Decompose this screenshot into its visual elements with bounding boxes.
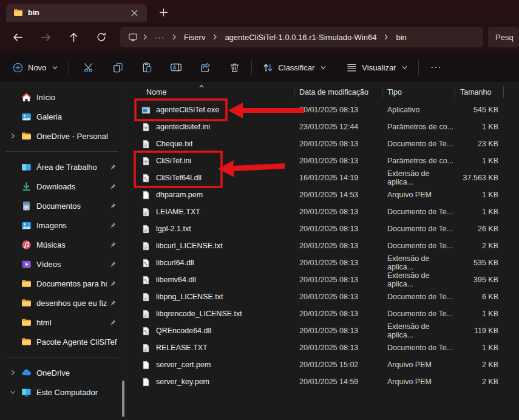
sidebar-item-label: Área de Trabalho [36, 163, 107, 172]
back-button[interactable] [7, 27, 28, 47]
sidebar-item-videos[interactable]: Vídeos [1, 254, 124, 274]
sidebar-item-desenhos-que-eu-fiz[interactable]: desenhos que eu fiz [1, 293, 124, 313]
file-row-release-txt[interactable]: RELEASE.TXT20/01/2025 08:13Documento de … [126, 339, 519, 356]
file-row-lgpl-2-1-txt[interactable]: lgpl-2.1.txt20/01/2025 08:13Documento de… [126, 220, 519, 237]
sidebar-item-musicas[interactable]: Músicas [1, 235, 124, 254]
cut-button[interactable] [76, 56, 101, 78]
breadcrumb-item-fiserv[interactable]: Fiserv [180, 31, 209, 44]
file-name: QREncode64.dll [156, 327, 211, 335]
pin-icon [107, 163, 117, 171]
file-name-cell: LEIAME.TXT [126, 208, 294, 217]
file-row-clisitef64l-dll[interactable]: CliSiTef64l.dll16/01/2025 14:19Extensão … [126, 169, 519, 186]
pin-icon [107, 299, 117, 307]
file-row-libqrencode-license-txt[interactable]: libqrencode_LICENSE.txt20/01/2025 08:13D… [126, 305, 519, 322]
file-row-cheque-txt[interactable]: Cheque.txt20/01/2025 08:13Documento de T… [126, 135, 519, 152]
forward-button[interactable] [35, 27, 56, 47]
folder-icon [13, 8, 23, 18]
tab-close-button[interactable] [127, 6, 141, 19]
column-header-tipo[interactable]: Tipo [382, 83, 455, 101]
file-row-dhparam-pem[interactable]: dhparam.pem20/01/2025 14:53Arquivo PEM1 … [126, 186, 519, 203]
search-input[interactable]: Pesq [488, 27, 519, 47]
sidebar-item-onedrive-personal[interactable]: OneDrive - Personal [1, 126, 124, 146]
music-icon [19, 240, 33, 250]
breadcrumb[interactable]: ···FiservagenteCliSiTef-1.0.0.16.r1-Simu… [120, 27, 483, 47]
new-tab-button[interactable] [155, 4, 171, 20]
explorer-tab[interactable]: bin [6, 4, 147, 22]
sidebar-item-imagens[interactable]: Imagens [1, 215, 124, 235]
column-separator[interactable] [455, 86, 455, 98]
file-date: 16/01/2025 14:19 [294, 174, 382, 182]
up-button[interactable] [63, 27, 84, 47]
delete-button[interactable] [222, 56, 246, 78]
file-size: 545 KB [455, 106, 503, 114]
file-row-agenteclisitef-exe[interactable]: agenteCliSiTef.exe20/01/2025 08:13Aplica… [126, 101, 519, 118]
file-row-server-cert-pem[interactable]: server_cert.pem20/01/2025 15:02Arquivo P… [126, 356, 519, 373]
file-row-libemv64-dll[interactable]: libemv64.dll20/01/2025 08:13Extensão de … [126, 271, 519, 288]
sidebar-item-onedrive[interactable]: OneDrive [1, 363, 124, 382]
file-size: 1 KB [455, 310, 503, 318]
file-row-libpng-license-txt[interactable]: libpng_LICENSE.txt20/01/2025 08:13Docume… [126, 288, 519, 305]
file-name: LEIAME.TXT [156, 208, 200, 216]
column-header-data-de-modificacao[interactable]: Data de modificação [294, 83, 382, 101]
rename-button[interactable] [164, 56, 188, 78]
sidebar-item-galeria[interactable]: Galeria [1, 107, 124, 126]
file-name-cell: QREncode64.dll [126, 327, 294, 336]
forward-icon [40, 32, 52, 43]
column-header-tamanho[interactable]: Tamanho [455, 83, 503, 101]
file-date: 20/01/2025 08:13 [294, 208, 382, 216]
copy-button[interactable] [106, 56, 130, 78]
view-button[interactable]: Visualizar [341, 56, 413, 78]
sidebar-item-este-computador[interactable]: Este Computador [1, 382, 124, 402]
sidebar-item-area-de-trabalho[interactable]: Área de Trabalho [1, 157, 124, 177]
file-name: lgpl-2.1.txt [156, 225, 191, 233]
paste-button[interactable] [135, 56, 159, 78]
file-size: 1 KB [455, 123, 503, 131]
chevron-down-icon[interactable] [6, 388, 19, 396]
breadcrumb-item-agenteclisitef-1-0-0-16-r1-simulado-win64[interactable]: agenteCliSiTef-1.0.0.16.r1-Simulado-Win6… [220, 31, 381, 44]
file-name-cell: server_cert.pem [126, 361, 294, 370]
file-date: 20/01/2025 08:13 [294, 225, 382, 233]
file-row-clisitef-ini[interactable]: CliSiTef.ini20/01/2025 08:13Parâmetros d… [126, 152, 519, 169]
column-separator[interactable] [382, 86, 382, 98]
file-row-server-key-pem[interactable]: server_key.pem20/01/2025 14:59Arquivo PE… [126, 373, 519, 390]
column-header-nome[interactable]: Nome [126, 83, 294, 101]
sort-button[interactable]: Classificar [257, 56, 332, 78]
breadcrumb-item-bin[interactable]: bin [392, 31, 410, 44]
sidebar-item-inicio[interactable]: Início [1, 87, 124, 107]
new-button[interactable]: Novo [7, 56, 64, 78]
file-type: Documento de Te... [382, 344, 455, 352]
dll-icon [141, 327, 151, 336]
sidebar-item-documentos-para-hom[interactable]: Documentos para hom [1, 274, 124, 293]
sidebar-item-html[interactable]: html [1, 313, 124, 332]
sort-button-label: Classificar [278, 63, 314, 72]
file-date: 20/01/2025 14:53 [294, 191, 382, 199]
chevron-right-icon[interactable] [6, 369, 19, 376]
column-separator[interactable] [503, 86, 504, 98]
sidebar-item-pacote-agente-clisitef-win[interactable]: Pacote Agente CliSiTef Win [1, 332, 124, 351]
chevron-right-icon[interactable] [6, 132, 19, 140]
share-button[interactable] [193, 56, 217, 78]
more-options-button[interactable]: ··· [424, 56, 448, 78]
file-type: Arquivo PEM [382, 378, 455, 386]
file-row-agenteclisitef-ini[interactable]: agenteclisitef.ini23/01/2025 12:44Parâme… [126, 118, 519, 135]
breadcrumb-overflow[interactable]: ··· [151, 31, 169, 44]
toolbar-divider [251, 59, 252, 75]
file-type: Arquivo PEM [382, 361, 455, 369]
file-row-qrencode64-dll[interactable]: QREncode64.dll20/01/2025 08:13Extensão d… [126, 322, 519, 339]
txt-icon [141, 344, 151, 353]
sidebar-item-documentos[interactable]: Documentos [1, 196, 124, 215]
file-size: 535 KB [455, 259, 503, 267]
txt-icon [141, 293, 151, 302]
command-toolbar: Novo Classificar Visualizar ··· [0, 52, 519, 83]
file-row-libcurl64-dll[interactable]: libcurl64.dll20/01/2025 08:13Extensão de… [126, 254, 519, 271]
file-row-leiame-txt[interactable]: LEIAME.TXT20/01/2025 08:13Documento de T… [126, 203, 519, 220]
file-date: 20/01/2025 08:13 [294, 344, 382, 352]
refresh-button[interactable] [91, 27, 112, 47]
chevron-down-icon [320, 64, 327, 71]
sidebar-item-downloads[interactable]: Downloads [1, 177, 124, 196]
sidebar-scrollbar[interactable] [122, 381, 124, 417]
file-name: agenteclisitef.ini [156, 123, 210, 131]
column-separator[interactable] [294, 86, 294, 98]
file-row-libcurl-license-txt[interactable]: libcurl_LICENSE.txt20/01/2025 08:13Docum… [126, 237, 519, 254]
file-size: 2 KB [455, 242, 503, 250]
